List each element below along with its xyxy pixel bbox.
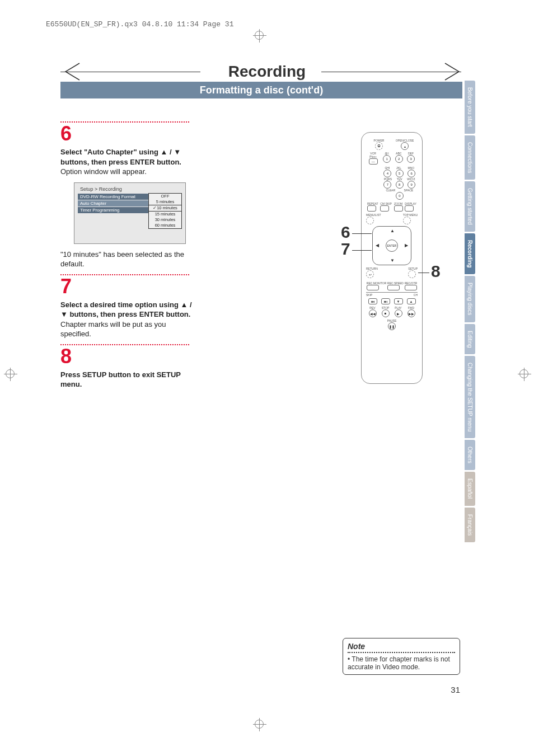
key-4-icon: 4 [383, 170, 391, 177]
label-ch: CH [392, 292, 418, 297]
callout-8: 8 [431, 262, 441, 281]
key-1-icon: 1 [383, 155, 391, 163]
label-repeat: REPEAT [367, 202, 378, 205]
menu-dropdown: OFF 5 minutes ✓10 minutes 15 minutes 30 … [148, 193, 182, 229]
key-0-icon: 0 [396, 192, 404, 200]
power-button-icon: ⦿ [375, 142, 383, 150]
recspeed-button-icon [387, 285, 400, 290]
up-arrow-icon: ▲ [390, 228, 395, 233]
label-menulist: MENU/LIST [366, 213, 381, 217]
tab-espanol: Español [465, 472, 475, 505]
display-button-icon [405, 205, 414, 212]
label-recspeed: REC SPEED [387, 281, 404, 285]
rev-button-icon: ◀◀ [369, 309, 377, 317]
label-stop: STOP [382, 306, 390, 309]
ch-up-icon: ▲ [407, 298, 416, 304]
label-vcrplus: VCR Plus+ [367, 152, 380, 158]
menu-option-15: 15 minutes [149, 212, 181, 217]
label-skip: SKIP [366, 292, 392, 297]
crop-mark-bottom [255, 720, 264, 731]
step-6-plain: Option window will appear. [60, 167, 147, 176]
label-play: PLAY [395, 306, 402, 309]
label-setup: SETUP [408, 267, 418, 270]
callout-line-67 [352, 233, 372, 234]
key-5-icon: 5 [396, 170, 404, 177]
key-7-icon: 7 [383, 181, 391, 189]
enter-button-icon: ENTER [386, 240, 398, 252]
tab-connections: Connections [465, 135, 475, 180]
label-fwd: FWD [407, 306, 415, 309]
step-separator [60, 121, 189, 123]
skip-next-icon: ⏭ [381, 298, 390, 304]
step-6-after: "10 minutes" has been selected as the de… [60, 250, 195, 269]
tab-setup-menu: Changing the SETUP menu [465, 356, 475, 438]
step-number-7: 7 [60, 276, 195, 297]
step-separator [60, 274, 189, 275]
repeat-button-icon [367, 205, 376, 212]
key-3-icon: 3 [407, 155, 415, 163]
open-close-button-icon: ▴ [401, 142, 409, 150]
menu-screenshot: Setup > Recording DVD-RW Recording Forma… [74, 182, 186, 244]
step-6-bold: Select "Auto Chapter" using ▲ / ▼ button… [60, 148, 181, 166]
label-open: OPEN/CLOSE [392, 139, 417, 142]
step-8-bold: Press SETUP button to exit SETUP menu. [60, 370, 181, 389]
tab-before: Before you start [465, 81, 475, 134]
callout-line-8 [418, 273, 429, 273]
title-line-right [321, 72, 461, 72]
step-7-text: Select a desired time option using ▲ / ▼… [60, 300, 195, 339]
label-recotr: REC/OTR [405, 281, 418, 285]
stop-button-icon: ■ [382, 309, 390, 317]
label-pause: PAUSE [366, 319, 418, 322]
key-6-icon: 6 [407, 170, 415, 177]
step-6-text: Select "Auto Chapter" using ▲ / ▼ button… [60, 147, 195, 177]
note-separator [348, 652, 455, 653]
cmskip-button-icon [380, 205, 389, 212]
menu-option-30: 30 minutes [149, 217, 181, 223]
step-number-8: 8 [60, 346, 195, 367]
setup-button-icon [408, 270, 416, 278]
key-9-icon: 9 [407, 181, 415, 189]
key-2-icon: 2 [395, 155, 403, 163]
crop-mark-left [6, 369, 15, 381]
page-title: Recording [228, 63, 306, 81]
label-cmskip: CM SKIP [380, 202, 392, 205]
crop-mark-top [255, 31, 264, 42]
ch-down-icon: ▼ [394, 298, 403, 304]
fwd-button-icon: ▶▶ [407, 309, 415, 317]
label-recmon: REC MONITOR [367, 281, 386, 285]
tab-playing: Playing discs [465, 276, 475, 322]
title-line-left [60, 72, 200, 72]
callout-line-7 [352, 250, 372, 251]
skip-prev-icon: ⏮ [368, 298, 377, 304]
crop-mark-right [519, 369, 528, 381]
step-separator [60, 344, 189, 345]
menu-option-60: 60 minutes [149, 223, 181, 228]
note-title: Note [348, 642, 455, 651]
label-power: POWER [367, 139, 391, 142]
label-space: SPACE [404, 189, 414, 192]
step-number-6: 6 [60, 124, 195, 144]
dpad: ENTER ▲ ▼ ◀ ▶ [372, 226, 411, 265]
tab-recording: Recording [465, 233, 475, 274]
return-button-icon: ↩ [366, 270, 374, 278]
label-rev: REV [369, 306, 377, 309]
recotr-button-icon [405, 285, 417, 290]
step-7-bold: Select a desired time option using ▲ / ▼… [60, 300, 192, 319]
menu-option-10: ✓10 minutes [148, 205, 182, 212]
label-display: DISPLAY [405, 202, 416, 205]
down-arrow-icon: ▼ [390, 258, 395, 263]
label-clear: CLEAR [386, 189, 395, 192]
tab-getting-started: Getting started [465, 181, 475, 232]
tab-others: Others [465, 440, 475, 470]
header-file-info: E6550UD(EN_SP_FR).qx3 04.8.10 11:34 Page… [46, 20, 233, 29]
pause-button-icon: ❚❚ [388, 322, 396, 330]
tab-francais: Français [465, 508, 475, 542]
vcrplus-button-icon: — [369, 158, 378, 165]
remote-diagram: POWER⦿ OPEN/CLOSE▴ VCR Plus+— .@/: ABC D… [361, 132, 423, 384]
zoom-button-icon [394, 205, 403, 212]
tab-editing: Editing [465, 324, 475, 355]
subtitle-bar: Formatting a disc (cont'd) [60, 82, 462, 98]
step-7-plain: Chapter marks will be put as you specifi… [60, 320, 166, 339]
callout-6: 6 [341, 223, 350, 242]
play-button-icon: ▶ [395, 309, 402, 317]
